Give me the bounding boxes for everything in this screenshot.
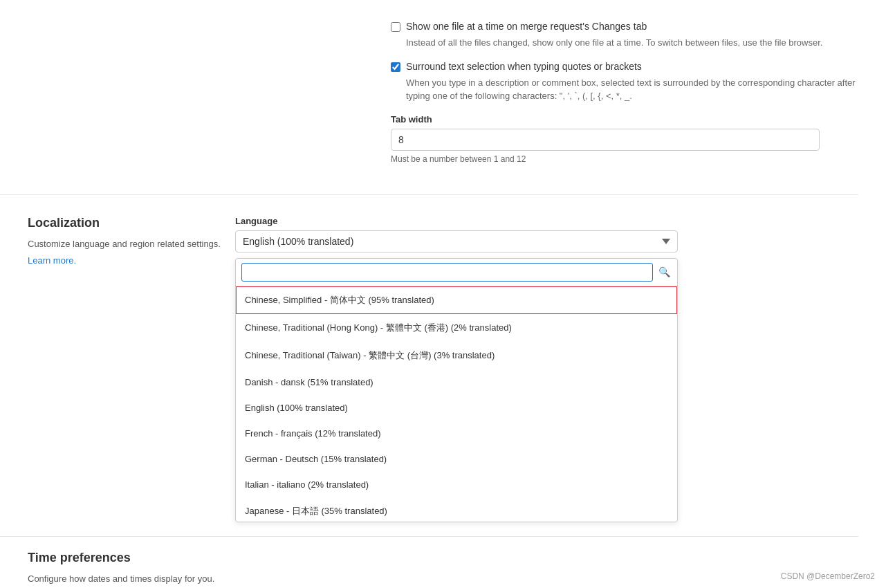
tab-width-section: Tab width Must be a number between 1 and… (391, 114, 858, 164)
show-one-file-label[interactable]: Show one file at a time on merge request… (406, 21, 647, 32)
list-item[interactable]: German - Deutsch (15% translated) (236, 446, 677, 472)
localization-learn-more[interactable]: Learn more. (28, 255, 76, 266)
search-icon-button[interactable]: 🔍 (657, 265, 672, 279)
list-item[interactable]: English (100% translated) (236, 395, 677, 421)
dropdown-search-row: 🔍 (236, 259, 677, 286)
surround-text-desc: When you type in a description or commen… (406, 76, 858, 103)
localization-left: Localization Customize language and regi… (28, 216, 235, 522)
tab-width-label: Tab width (391, 114, 858, 125)
localization-desc: Customize language and region related se… (28, 237, 235, 251)
search-icon: 🔍 (658, 266, 670, 277)
time-section: Time preferences Configure how dates and… (0, 537, 886, 589)
show-one-file-checkbox[interactable] (391, 22, 400, 32)
tab-width-hint: Must be a number between 1 and 12 (391, 154, 858, 164)
surround-text-checkbox[interactable] (391, 62, 400, 72)
time-left: Time preferences Configure how dates and… (28, 551, 235, 589)
list-item[interactable]: Chinese, Traditional (Hong Kong) - 繁體中文 … (236, 314, 677, 342)
language-label: Language (235, 216, 678, 226)
checkbox-row-1: Show one file at a time on merge request… (391, 21, 858, 32)
localization-section: Localization Customize language and regi… (0, 202, 886, 536)
time-desc: Configure how dates and times display fo… (28, 572, 235, 586)
branding: CSDN @DecemberZero2 (781, 571, 875, 581)
list-item[interactable]: French - français (12% translated) (236, 421, 677, 446)
time-title: Time preferences (28, 551, 235, 565)
checkbox-row-2: Surround text selection when typing quot… (391, 61, 858, 72)
list-item[interactable]: Danish - dansk (51% translated) (236, 369, 677, 395)
time-right (235, 551, 858, 589)
language-select[interactable]: English (100% translated) (235, 230, 678, 252)
divider-1 (0, 194, 858, 195)
localization-title: Localization (28, 216, 235, 230)
surround-text-label[interactable]: Surround text selection when typing quot… (406, 61, 642, 72)
list-item[interactable]: Japanese - 日本語 (35% translated) (236, 497, 677, 522)
top-settings-area: Show one file at a time on merge request… (0, 14, 886, 187)
tab-width-input[interactable] (391, 129, 820, 151)
top-section: Show one file at a time on merge request… (391, 21, 858, 181)
language-search-input[interactable] (241, 263, 653, 282)
list-item[interactable]: Chinese, Traditional (Taiwan) - 繁體中文 (台灣… (236, 342, 677, 369)
list-item[interactable]: Italian - italiano (2% translated) (236, 472, 677, 497)
language-dropdown: 🔍 Chinese, Simplified - 简体中文 (95% transl… (235, 258, 678, 522)
dropdown-list: Chinese, Simplified - 简体中文 (95% translat… (236, 286, 677, 522)
main-content: Show one file at a time on merge request… (0, 0, 886, 588)
localization-right: Language English (100% translated) 🔍 Chi… (235, 216, 678, 522)
show-one-file-desc: Instead of all the files changed, show o… (406, 36, 858, 50)
list-item[interactable]: Chinese, Simplified - 简体中文 (95% translat… (236, 286, 677, 314)
